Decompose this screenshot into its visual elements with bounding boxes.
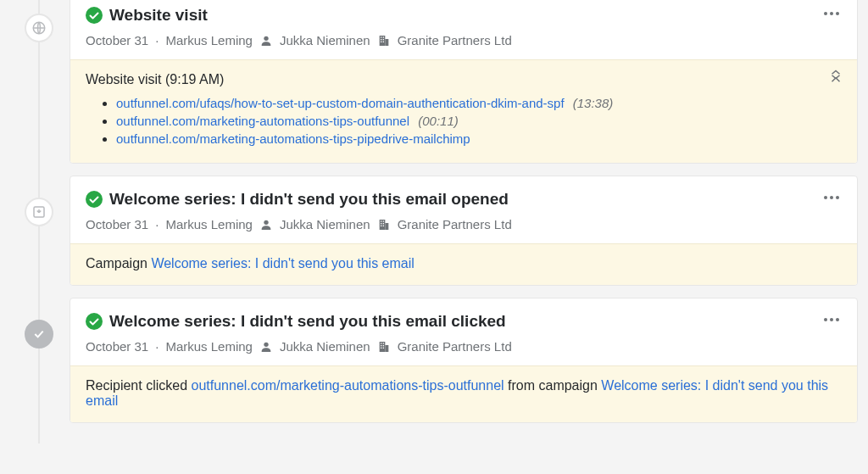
activity-person[interactable]: Jukka Nieminen [280, 33, 370, 47]
visited-url-link[interactable]: outfunnel.com/marketing-automations-tips… [116, 114, 409, 128]
svg-rect-20 [382, 220, 383, 221]
activity-title: Website visit [109, 6, 208, 25]
svg-point-11 [824, 12, 827, 15]
timeline-entry: Welcome series: I didn't send you this e… [0, 298, 858, 423]
svg-point-29 [264, 342, 268, 346]
globe-icon [25, 14, 53, 42]
visit-link-item: outfunnel.com/marketing-automations-tips… [116, 131, 842, 146]
svg-point-15 [86, 191, 103, 208]
timeline-entry: Website visit October 31 · Markus Leming… [0, 0, 858, 164]
check-square-icon [25, 320, 53, 349]
svg-point-1 [86, 7, 103, 24]
campaign-link[interactable]: Welcome series: I didn't send you this e… [151, 256, 414, 270]
svg-point-2 [264, 36, 268, 40]
svg-point-28 [86, 313, 103, 330]
building-icon [377, 218, 391, 231]
svg-rect-18 [385, 223, 388, 230]
building-icon [377, 340, 391, 354]
svg-point-40 [836, 318, 839, 321]
activity-title: Welcome series: I didn't send you this e… [109, 312, 506, 331]
visited-url-link[interactable]: outfunnel.com/ufaqs/how-to-set-up-custom… [116, 96, 565, 110]
activity-detail-panel: Recipient clicked outfunnel.com/marketin… [70, 365, 857, 422]
visit-duration: (13:38) [573, 96, 614, 110]
svg-rect-22 [382, 223, 383, 224]
detail-text: Recipient clicked outfunnel.com/marketin… [86, 378, 828, 408]
activity-date: October 31 [86, 217, 148, 231]
more-actions-button[interactable] [820, 314, 843, 326]
visited-url-link[interactable]: outfunnel.com/marketing-automations-tips… [116, 131, 470, 146]
visit-link-item: outfunnel.com/ufaqs/how-to-set-up-custom… [116, 96, 842, 110]
collapse-chevron-icon[interactable] [828, 72, 843, 82]
activity-card: Website visit October 31 · Markus Leming… [70, 0, 858, 164]
activity-person[interactable]: Jukka Nieminen [280, 217, 370, 231]
svg-rect-31 [385, 345, 388, 352]
svg-point-16 [264, 220, 268, 224]
svg-rect-17 [379, 220, 385, 230]
svg-rect-23 [381, 225, 381, 226]
person-icon [259, 34, 273, 47]
svg-rect-8 [382, 39, 383, 40]
svg-rect-32 [381, 343, 381, 343]
svg-rect-36 [381, 347, 381, 348]
visit-duration: (00:11) [418, 114, 459, 128]
svg-rect-34 [381, 345, 381, 346]
svg-rect-33 [382, 343, 383, 343]
activity-detail-panel: Website visit (9:19 AM) outfunnel.com/uf… [70, 59, 857, 163]
activity-person[interactable]: Jukka Nieminen [280, 339, 370, 354]
svg-point-12 [830, 12, 833, 15]
svg-point-27 [836, 196, 839, 199]
svg-rect-30 [379, 342, 385, 352]
svg-rect-4 [385, 39, 388, 46]
more-actions-button[interactable] [820, 192, 843, 204]
svg-point-26 [830, 196, 833, 199]
svg-rect-21 [381, 223, 381, 224]
svg-rect-37 [382, 347, 383, 348]
svg-rect-3 [379, 36, 385, 46]
activity-owner: Markus Leming [165, 33, 253, 47]
svg-point-39 [830, 318, 833, 321]
visit-link-item: outfunnel.com/marketing-automations-tips… [116, 114, 842, 128]
svg-point-38 [824, 318, 827, 321]
detail-text: Campaign Welcome series: I didn't send y… [86, 256, 415, 270]
svg-rect-5 [381, 36, 381, 37]
inbox-down-icon [25, 198, 53, 226]
clicked-url-link[interactable]: outfunnel.com/marketing-automations-tips… [192, 378, 504, 393]
activity-title: Welcome series: I didn't send you this e… [109, 190, 509, 209]
activity-date: October 31 [86, 33, 148, 47]
activity-org[interactable]: Granite Partners Ltd [398, 339, 512, 354]
done-check-icon[interactable] [86, 191, 103, 208]
activity-meta: October 31 · Markus Leming Jukka Niemine… [86, 339, 842, 354]
timeline-entry: Welcome series: I didn't send you this e… [0, 176, 858, 286]
svg-point-13 [836, 12, 839, 15]
svg-rect-35 [382, 345, 383, 346]
svg-rect-7 [381, 39, 381, 40]
activity-org[interactable]: Granite Partners Ltd [398, 33, 512, 47]
activity-org[interactable]: Granite Partners Ltd [398, 217, 512, 231]
detail-heading: Website visit (9:19 AM) [86, 72, 842, 87]
person-icon [259, 340, 273, 354]
svg-rect-24 [382, 225, 383, 226]
done-check-icon[interactable] [86, 7, 103, 24]
person-icon [259, 218, 273, 231]
activity-meta: October 31 · Markus Leming Jukka Niemine… [86, 217, 842, 231]
activity-detail-panel: Campaign Welcome series: I didn't send y… [70, 243, 857, 285]
activity-card: Welcome series: I didn't send you this e… [70, 176, 858, 286]
done-check-icon[interactable] [86, 313, 103, 330]
activity-date: October 31 [86, 339, 148, 354]
activity-owner: Markus Leming [165, 217, 253, 231]
svg-point-25 [824, 196, 827, 199]
svg-rect-6 [382, 36, 383, 37]
svg-rect-10 [382, 41, 383, 42]
activity-card: Welcome series: I didn't send you this e… [70, 298, 858, 423]
svg-rect-9 [381, 41, 381, 42]
svg-rect-19 [381, 220, 381, 221]
activity-meta: October 31 · Markus Leming Jukka Niemine… [86, 33, 842, 47]
more-actions-button[interactable] [820, 8, 843, 20]
activity-owner: Markus Leming [165, 339, 253, 354]
building-icon [377, 34, 391, 47]
